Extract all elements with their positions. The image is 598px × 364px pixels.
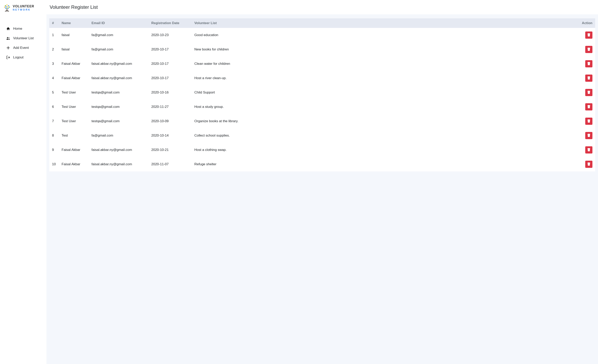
sidebar-item-logout[interactable]: Logout	[0, 53, 46, 62]
brand-logo[interactable]: VOLUNTEER NETWORK	[0, 4, 46, 16]
trash-icon	[587, 134, 590, 138]
svg-point-11	[8, 37, 9, 38]
cell-action	[577, 71, 595, 85]
cell-date: 2020-10-17	[149, 57, 192, 71]
table-row: 7Test Usertestqa@gmail.com2020-10-09Orga…	[49, 114, 595, 128]
delete-button[interactable]	[585, 146, 592, 154]
delete-button[interactable]	[585, 60, 592, 67]
delete-button[interactable]	[585, 132, 592, 139]
svg-point-7	[6, 8, 7, 8]
table-row: 3Faisal Akbarfaisal.akbar.ny@gmail.com20…	[49, 57, 595, 71]
trash-icon	[587, 76, 590, 80]
svg-point-10	[7, 37, 8, 38]
sidebar-item-label: Volunteer List	[13, 36, 34, 40]
cell-num: 1	[49, 28, 60, 42]
cell-date: 2020-10-17	[149, 42, 192, 57]
table-row: 5Test Usertestqa@gmail.com2020-10-16Chil…	[49, 85, 595, 100]
table-row: 6Test Usertestqa@gmail.com2020-11-27Host…	[49, 100, 595, 114]
svg-point-9	[8, 8, 9, 8]
cell-num: 10	[49, 157, 60, 171]
cell-num: 7	[49, 114, 60, 128]
cell-list: Host a study group.	[192, 100, 577, 114]
cell-date: 2020-10-23	[149, 28, 192, 42]
cell-list: New books for children	[192, 42, 577, 57]
cell-num: 3	[49, 57, 60, 71]
sidebar-item-home[interactable]: Home	[0, 24, 46, 33]
sidebar-item-label: Logout	[13, 55, 24, 59]
cell-list: Refuge shelter	[192, 157, 577, 171]
col-header-num: #	[49, 18, 60, 28]
brand-line2: NETWORK	[13, 8, 34, 11]
main-area: Volunteer Register List # Name Email ID …	[46, 0, 598, 364]
cell-action	[577, 114, 595, 128]
table-row: 2faisalfa@gmail.com2020-10-17New books f…	[49, 42, 595, 57]
sidebar: VOLUNTEER NETWORK Home Volunteer List	[0, 0, 46, 364]
cell-list: Clean water for children	[192, 57, 577, 71]
cell-action	[577, 100, 595, 114]
cell-name: Test	[60, 128, 90, 143]
cell-email: faisal.akbar.ny@gmail.com	[90, 143, 149, 157]
cell-list: Host a river clean-up.	[192, 71, 577, 85]
svg-point-5	[6, 6, 7, 7]
cell-email: fa@gmail.com	[90, 128, 149, 143]
trash-icon	[587, 148, 590, 152]
cell-action	[577, 143, 595, 157]
cell-list: Host a clothing swap.	[192, 143, 577, 157]
cell-list: Collect school supplies.	[192, 128, 577, 143]
content-panel: # Name Email ID Registration Date Volunt…	[46, 14, 598, 364]
cell-num: 4	[49, 71, 60, 85]
svg-point-4	[9, 7, 10, 8]
svg-point-1	[5, 5, 6, 6]
col-header-action: Action	[577, 18, 595, 28]
delete-button[interactable]	[585, 103, 592, 110]
cell-name: Faisal Akbar	[60, 157, 90, 171]
svg-point-2	[8, 5, 9, 6]
cell-list: Organize books at the library.	[192, 114, 577, 128]
plus-icon	[6, 46, 10, 50]
cell-action	[577, 157, 595, 171]
cell-date: 2020-10-21	[149, 143, 192, 157]
cell-date: 2020-10-17	[149, 71, 192, 85]
col-header-email: Email ID	[90, 18, 149, 28]
home-icon	[6, 27, 10, 31]
sidebar-item-label: Add Event	[13, 46, 29, 50]
cell-date: 2020-11-27	[149, 100, 192, 114]
col-header-name: Name	[60, 18, 90, 28]
table-row: 1faisalfa@gmail.com2020-10-23Good educat…	[49, 28, 595, 42]
logout-icon	[6, 55, 10, 59]
cell-name: Faisal Akbar	[60, 71, 90, 85]
cell-list: Good education	[192, 28, 577, 42]
sidebar-item-add-event[interactable]: Add Event	[0, 43, 46, 53]
table-row: 9Faisal Akbarfaisal.akbar.ny@gmail.com20…	[49, 143, 595, 157]
cell-email: faisal.akbar.ny@gmail.com	[90, 71, 149, 85]
svg-point-3	[4, 7, 5, 8]
svg-point-0	[6, 4, 7, 5]
svg-point-6	[7, 6, 8, 7]
users-icon	[6, 36, 10, 40]
delete-button[interactable]	[585, 118, 592, 125]
cell-date: 2020-10-09	[149, 114, 192, 128]
page-title: Volunteer Register List	[46, 0, 598, 14]
delete-button[interactable]	[585, 74, 592, 82]
trash-icon	[587, 162, 590, 166]
table-row: 8Testfa@gmail.com2020-10-14Collect schoo…	[49, 128, 595, 143]
cell-list: Child Support	[192, 85, 577, 100]
delete-button[interactable]	[585, 161, 592, 168]
brand-tree-icon	[3, 4, 11, 12]
cell-action	[577, 28, 595, 42]
cell-name: Test User	[60, 100, 90, 114]
cell-num: 5	[49, 85, 60, 100]
cell-name: Faisal Akbar	[60, 57, 90, 71]
cell-name: Faisal Akbar	[60, 143, 90, 157]
cell-name: Test User	[60, 85, 90, 100]
sidebar-item-volunteer-list[interactable]: Volunteer List	[0, 33, 46, 43]
table-row: 4Faisal Akbarfaisal.akbar.ny@gmail.com20…	[49, 71, 595, 85]
cell-name: faisal	[60, 42, 90, 57]
trash-icon	[587, 62, 590, 66]
cell-action	[577, 42, 595, 57]
delete-button[interactable]	[585, 46, 592, 53]
delete-button[interactable]	[585, 32, 592, 39]
delete-button[interactable]	[585, 89, 592, 96]
cell-email: fa@gmail.com	[90, 42, 149, 57]
sidebar-item-label: Home	[13, 27, 22, 31]
